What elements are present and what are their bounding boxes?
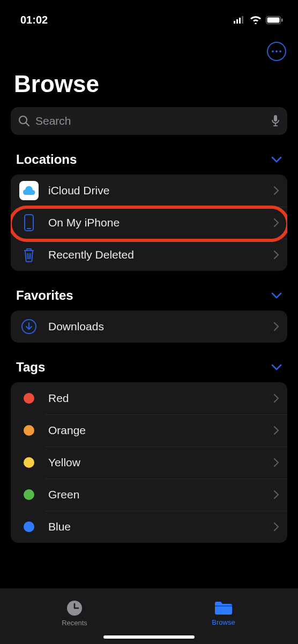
status-bar: 01:02 (0, 0, 298, 30)
chevron-right-icon (273, 186, 279, 195)
row-label: Blue (48, 520, 264, 533)
svg-rect-1 (236, 19, 238, 24)
row-label: iCloud Drive (48, 184, 264, 197)
svg-rect-5 (267, 17, 280, 22)
tag-dot-icon (24, 489, 34, 500)
chevron-down-icon (271, 292, 282, 299)
svg-rect-12 (274, 115, 277, 122)
microphone-icon[interactable] (271, 115, 280, 127)
favorites-title: Favorites (16, 288, 73, 303)
search-bar[interactable] (11, 107, 287, 135)
tab-label: Browse (212, 618, 235, 626)
chevron-right-icon (273, 250, 279, 260)
tags-title: Tags (16, 360, 45, 375)
row-label: Orange (48, 424, 264, 437)
svg-rect-23 (215, 605, 232, 607)
svg-point-9 (279, 50, 281, 52)
location-icloud-drive[interactable]: iCloud Drive (11, 175, 287, 207)
tag-dot-icon (24, 393, 34, 404)
tag-dot-icon (24, 521, 34, 532)
locations-header[interactable]: Locations (11, 152, 287, 175)
search-input[interactable] (35, 115, 266, 127)
chevron-right-icon (273, 322, 279, 331)
chevron-right-icon (273, 218, 279, 228)
home-indicator[interactable] (103, 635, 195, 639)
icloud-icon (19, 181, 39, 200)
tag-yellow[interactable]: Yellow (11, 446, 287, 479)
clock-icon (66, 600, 83, 617)
svg-point-7 (272, 50, 274, 52)
chevron-down-icon (271, 156, 282, 163)
tag-red[interactable]: Red (11, 382, 287, 414)
row-label: Red (48, 392, 264, 405)
tag-orange[interactable]: Orange (11, 414, 287, 446)
tags-section: Tags Red Orange Yellow Green Blue (0, 360, 298, 543)
wifi-icon (250, 16, 262, 24)
ellipsis-icon (272, 50, 281, 52)
tag-blue[interactable]: Blue (11, 511, 287, 543)
row-label: On My iPhone (48, 216, 264, 229)
status-indicators (234, 16, 283, 24)
tag-green[interactable]: Green (11, 479, 287, 511)
svg-point-8 (275, 50, 278, 52)
row-label: Downloads (48, 320, 264, 333)
tag-dot-icon (24, 425, 34, 436)
download-icon (19, 317, 39, 336)
battery-icon (266, 16, 283, 24)
trash-icon (19, 245, 39, 264)
row-label: Recently Deleted (48, 248, 264, 261)
svg-rect-6 (281, 18, 283, 21)
tags-header[interactable]: Tags (11, 360, 287, 382)
cellular-icon (234, 16, 245, 24)
chevron-right-icon (273, 393, 279, 403)
search-icon (18, 115, 30, 127)
tag-dot-icon (24, 457, 34, 468)
chevron-right-icon (273, 522, 279, 532)
favorites-section: Favorites Downloads (0, 288, 298, 343)
svg-line-19 (31, 253, 31, 259)
row-label: Green (48, 488, 264, 501)
svg-rect-2 (239, 18, 241, 24)
svg-rect-0 (234, 21, 235, 24)
tab-label: Recents (62, 619, 87, 627)
location-recently-deleted[interactable]: Recently Deleted (11, 239, 287, 271)
row-label: Yellow (48, 456, 264, 469)
locations-title: Locations (16, 152, 77, 167)
chevron-right-icon (273, 490, 279, 499)
chevron-right-icon (273, 426, 279, 435)
svg-rect-3 (242, 16, 243, 24)
svg-line-17 (27, 253, 28, 259)
chevron-down-icon (271, 364, 282, 370)
svg-line-11 (26, 123, 29, 126)
favorites-header[interactable]: Favorites (11, 288, 287, 310)
locations-section: Locations iCloud Drive On My iPhone (0, 152, 298, 271)
folder-icon (214, 600, 233, 616)
status-time: 01:02 (20, 14, 48, 26)
page-title: Browse (0, 61, 298, 103)
location-on-my-iphone[interactable]: On My iPhone (11, 207, 287, 239)
iphone-icon (19, 213, 39, 232)
chevron-right-icon (273, 458, 279, 467)
more-options-button[interactable] (267, 42, 286, 61)
favorite-downloads[interactable]: Downloads (11, 310, 287, 343)
